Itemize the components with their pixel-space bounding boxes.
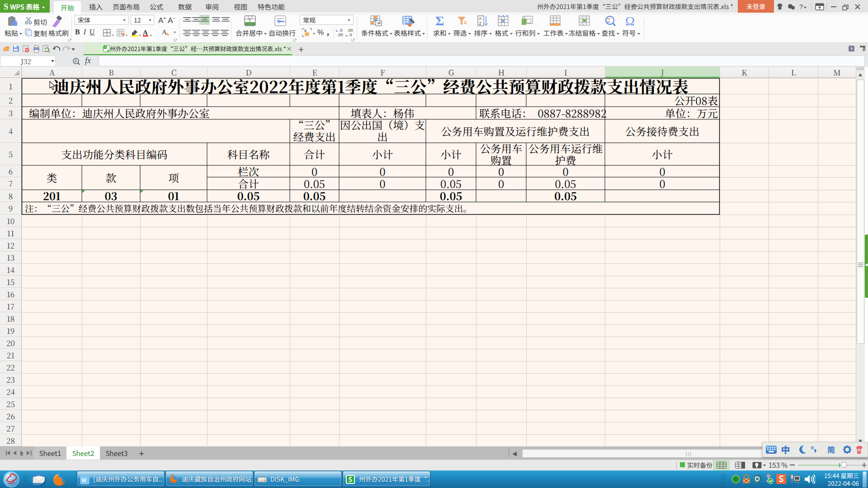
svg-text:简: 简 xyxy=(827,445,835,455)
svg-text:S: S xyxy=(858,448,860,452)
svg-text:中: 中 xyxy=(781,445,790,455)
